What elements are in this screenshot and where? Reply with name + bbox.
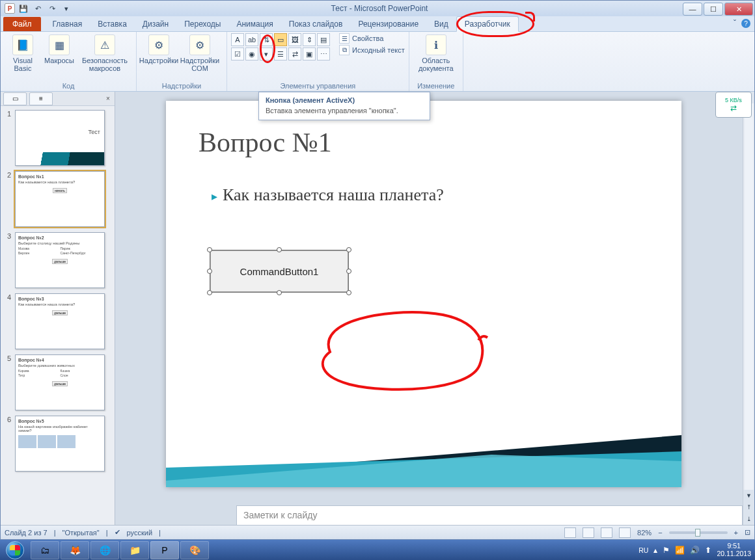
control-label[interactable]: A [231,33,244,46]
view-reading-button[interactable] [601,527,612,538]
taskbar-paint[interactable]: 🎨 [180,541,209,559]
resize-handle-w[interactable] [207,269,212,274]
tray-clock[interactable]: 9:51 20.11.2013 [717,542,751,557]
maximize-button[interactable]: ☐ [704,3,723,16]
undo-icon[interactable]: ↶ [32,3,44,14]
thumbnail[interactable]: Вопрос №1Как называется наша планета?нач… [15,171,105,227]
thumbnail-row[interactable]: 2Вопрос №1Как называется наша планета?на… [3,171,112,227]
status-zoom[interactable]: 82% [637,529,652,537]
slide-title[interactable]: Вопрос №1 [199,127,332,158]
control-option[interactable]: ◉ [245,47,258,60]
control-scrollbar[interactable]: ⇕ [303,33,316,46]
control-combobox[interactable]: ▾ [260,47,273,60]
tray-show-hidden-icon[interactable]: ▴ [653,546,657,555]
cloud-icon[interactable]: ⬆ [705,546,711,555]
document-panel-button[interactable]: ℹОбласть документа [413,33,459,73]
view-sorter-button[interactable] [583,527,594,538]
thumbnail-row[interactable]: 4Вопрос №3Как называется наша планета?да… [3,293,112,349]
resize-handle-n[interactable] [277,247,282,252]
notes-placeholder[interactable]: Заметки к слайду [237,506,742,524]
save-icon[interactable]: 💾 [18,3,29,14]
next-slide-button[interactable]: ⤓ [743,513,754,525]
panel-tab-slides[interactable]: ▭ [3,92,27,105]
prev-slide-button[interactable]: ⤒ [743,501,754,513]
zoom-out-button[interactable]: − [658,529,662,537]
control-spin[interactable]: ⇅ [260,33,273,46]
thumbnail-row[interactable]: 6Вопрос №5На какой картинке изображён ка… [3,416,112,472]
zoom-slider[interactable] [669,531,728,534]
addins-button[interactable]: ⚙Надстройки [141,33,177,73]
sidebar-gadget[interactable]: 5 КВ/s ⇄ [715,92,752,118]
panel-tab-outline[interactable]: ≡ [29,92,53,105]
zoom-in-button[interactable]: + [734,529,738,537]
taskbar-powerpoint[interactable]: P [150,541,179,559]
scroll-down-button[interactable]: ▼ [743,490,754,501]
resize-handle-ne[interactable] [346,247,351,252]
com-addins-button[interactable]: ⚙Надстройки COM [177,33,223,73]
help-icon[interactable]: ? [741,19,750,28]
view-slideshow-button[interactable] [619,527,631,538]
taskbar-chrome[interactable]: 🌐 [90,541,119,559]
thumbnail[interactable]: Вопрос №4Выберите домашних животныхКоров… [15,354,105,410]
slide-editor[interactable]: Вопрос №1 Как называется наша планета? C… [115,92,754,525]
redo-icon[interactable]: ↷ [46,3,58,14]
taskbar-firefox[interactable]: 🦊 [61,541,89,559]
thumbnail[interactable]: Вопрос №3Как называется наша планета?дал… [15,293,105,349]
file-tab[interactable]: Файл [3,17,41,31]
slide-body-text[interactable]: Как называется наша планета? [212,185,444,205]
tab-transitions[interactable]: Переходы [176,17,228,31]
control-frame[interactable]: ▣ [303,47,316,60]
editor-vertical-scrollbar[interactable]: ▲ ▼ ⤒ ⤓ [743,92,754,525]
flag-icon[interactable]: ⚑ [663,546,670,555]
properties-button[interactable]: ☰Свойства [339,33,405,44]
thumbnail-row[interactable]: 1Тест [3,110,112,166]
resize-handle-sw[interactable] [207,290,212,295]
visual-basic-button[interactable]: 📘Visual Basic [5,33,41,73]
macros-button[interactable]: ▦Макросы [41,33,77,73]
macro-security-button[interactable]: ⚠Безопасность макросов [77,33,132,73]
fit-window-button[interactable]: ⊡ [745,528,750,537]
app-icon[interactable]: P [5,3,15,14]
taskbar-folder[interactable]: 📁 [120,541,149,559]
thumbnail[interactable]: Вопрос №2Выберите столицу нашей РодиныМо… [15,232,105,288]
slide-canvas[interactable]: Вопрос №1 Как называется наша планета? C… [166,101,681,487]
ribbon-minimize-icon[interactable]: ˇ [734,19,736,28]
qat-customize-icon[interactable]: ▾ [61,3,72,14]
view-normal-button[interactable] [564,527,576,538]
taskbar-explorer[interactable]: 🗂 [31,541,59,559]
volume-icon[interactable]: 🔊 [690,546,700,555]
resize-handle-e[interactable] [346,269,351,274]
minimize-button[interactable]: — [683,3,702,16]
tab-insert[interactable]: Вставка [90,17,135,31]
command-button[interactable]: CommandButton1 [210,250,348,292]
resize-handle-nw[interactable] [207,247,212,252]
control-image[interactable]: 🖼 [288,33,301,46]
command-button-selection[interactable]: CommandButton1 [210,250,348,292]
status-language[interactable]: русский [127,529,152,537]
control-more1[interactable]: ▤ [317,33,330,46]
system-tray[interactable]: RU ▴ ⚑ 📶 🔊 ⬆ 9:51 20.11.2013 [638,542,755,557]
control-textbox[interactable]: ab [245,33,258,46]
panel-close-button[interactable]: × [102,92,115,105]
control-listbox[interactable]: ☰ [274,47,287,60]
thumbnail-row[interactable]: 3Вопрос №2Выберите столицу нашей РодиныМ… [3,232,112,288]
close-button[interactable]: ✕ [724,3,753,16]
tab-developer[interactable]: Разработчик [456,16,519,32]
tray-lang[interactable]: RU [638,546,648,554]
view-code-button[interactable]: ⧉Исходный текст [339,45,405,55]
thumbnail-row[interactable]: 5Вопрос №4Выберите домашних животныхКоро… [3,354,112,410]
thumbnails-list[interactable]: 1Тест2Вопрос №1Как называется наша плане… [1,106,115,525]
tab-review[interactable]: Рецензирование [350,17,426,31]
tab-design[interactable]: Дизайн [135,17,176,31]
thumbnail[interactable]: Тест [15,110,105,166]
thumbnail[interactable]: Вопрос №5На какой картинке изображён каб… [15,416,105,472]
resize-handle-s[interactable] [277,290,282,295]
notes-pane[interactable]: Заметки к слайду [236,505,743,525]
control-checkbox[interactable]: ☑ [231,47,244,60]
spellcheck-icon[interactable]: ✔ [115,528,120,537]
start-button[interactable] [0,540,30,560]
tab-animation[interactable]: Анимация [228,17,281,31]
control-toggle[interactable]: ⇄ [288,47,301,60]
network-icon[interactable]: 📶 [675,546,685,555]
control-button[interactable]: ▭ [274,33,287,46]
